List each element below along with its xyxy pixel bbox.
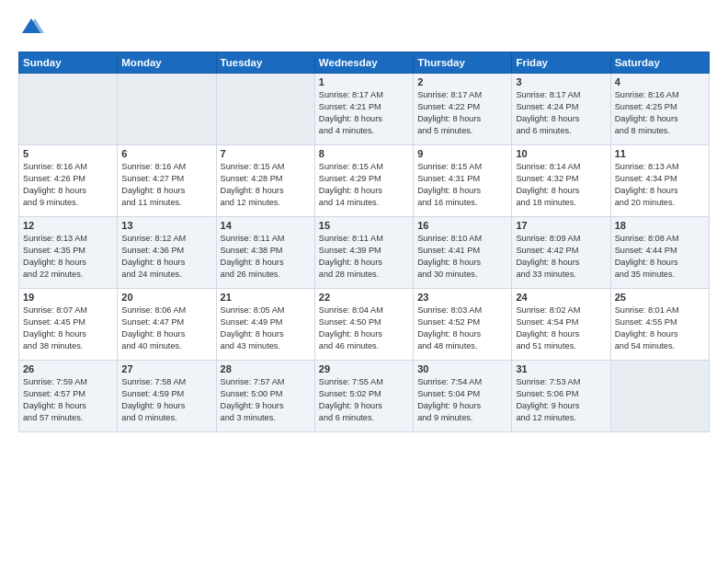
day-cell bbox=[610, 361, 709, 432]
day-cell: 28Sunrise: 7:57 AM Sunset: 5:00 PM Dayli… bbox=[216, 361, 314, 432]
logo bbox=[18, 15, 48, 40]
day-number: 7 bbox=[221, 148, 311, 159]
day-info: Sunrise: 7:55 AM Sunset: 5:02 PM Dayligh… bbox=[319, 376, 409, 424]
col-tuesday: Tuesday bbox=[216, 52, 314, 74]
day-number: 28 bbox=[221, 363, 311, 374]
col-sunday: Sunday bbox=[19, 52, 118, 74]
day-number: 14 bbox=[221, 220, 311, 231]
week-row-4: 19Sunrise: 8:07 AM Sunset: 4:45 PM Dayli… bbox=[19, 289, 710, 361]
day-cell: 5Sunrise: 8:16 AM Sunset: 4:26 PM Daylig… bbox=[19, 145, 118, 217]
day-info: Sunrise: 8:15 AM Sunset: 4:29 PM Dayligh… bbox=[319, 161, 409, 209]
logo-icon bbox=[18, 15, 44, 40]
day-number: 26 bbox=[23, 363, 113, 374]
day-number: 12 bbox=[23, 220, 113, 231]
day-number: 4 bbox=[615, 76, 705, 87]
day-cell: 18Sunrise: 8:08 AM Sunset: 4:44 PM Dayli… bbox=[610, 217, 709, 289]
day-cell bbox=[118, 74, 216, 145]
day-cell: 4Sunrise: 8:16 AM Sunset: 4:25 PM Daylig… bbox=[610, 74, 709, 145]
day-cell: 30Sunrise: 7:54 AM Sunset: 5:04 PM Dayli… bbox=[414, 361, 512, 432]
day-cell: 15Sunrise: 8:11 AM Sunset: 4:39 PM Dayli… bbox=[314, 217, 413, 289]
day-info: Sunrise: 8:16 AM Sunset: 4:27 PM Dayligh… bbox=[121, 161, 211, 209]
day-number: 11 bbox=[615, 148, 705, 159]
day-cell: 22Sunrise: 8:04 AM Sunset: 4:50 PM Dayli… bbox=[314, 289, 413, 361]
day-cell: 1Sunrise: 8:17 AM Sunset: 4:21 PM Daylig… bbox=[314, 74, 413, 145]
day-info: Sunrise: 8:13 AM Sunset: 4:35 PM Dayligh… bbox=[23, 233, 113, 281]
day-info: Sunrise: 8:10 AM Sunset: 4:41 PM Dayligh… bbox=[417, 233, 507, 281]
day-number: 9 bbox=[417, 148, 507, 159]
day-info: Sunrise: 8:13 AM Sunset: 4:34 PM Dayligh… bbox=[615, 161, 705, 209]
day-info: Sunrise: 8:07 AM Sunset: 4:45 PM Dayligh… bbox=[23, 304, 113, 352]
day-info: Sunrise: 7:59 AM Sunset: 4:57 PM Dayligh… bbox=[23, 376, 113, 424]
day-info: Sunrise: 7:58 AM Sunset: 4:59 PM Dayligh… bbox=[121, 376, 211, 424]
day-cell: 19Sunrise: 8:07 AM Sunset: 4:45 PM Dayli… bbox=[19, 289, 118, 361]
day-number: 13 bbox=[121, 220, 211, 231]
day-number: 17 bbox=[516, 220, 606, 231]
day-number: 30 bbox=[417, 363, 507, 374]
day-number: 3 bbox=[516, 76, 606, 87]
day-cell: 20Sunrise: 8:06 AM Sunset: 4:47 PM Dayli… bbox=[118, 289, 216, 361]
day-cell: 13Sunrise: 8:12 AM Sunset: 4:36 PM Dayli… bbox=[118, 217, 216, 289]
day-info: Sunrise: 8:17 AM Sunset: 4:24 PM Dayligh… bbox=[516, 89, 606, 137]
day-cell: 11Sunrise: 8:13 AM Sunset: 4:34 PM Dayli… bbox=[610, 145, 709, 217]
day-info: Sunrise: 8:06 AM Sunset: 4:47 PM Dayligh… bbox=[121, 304, 211, 352]
weekday-header-row: Sunday Monday Tuesday Wednesday Thursday… bbox=[19, 52, 710, 74]
day-number: 10 bbox=[516, 148, 606, 159]
day-number: 22 bbox=[319, 292, 409, 303]
day-cell: 24Sunrise: 8:02 AM Sunset: 4:54 PM Dayli… bbox=[512, 289, 610, 361]
col-friday: Friday bbox=[512, 52, 610, 74]
calendar: Sunday Monday Tuesday Wednesday Thursday… bbox=[18, 52, 710, 432]
day-cell: 2Sunrise: 8:17 AM Sunset: 4:22 PM Daylig… bbox=[414, 74, 512, 145]
day-info: Sunrise: 8:09 AM Sunset: 4:42 PM Dayligh… bbox=[516, 233, 606, 281]
week-row-1: 1Sunrise: 8:17 AM Sunset: 4:21 PM Daylig… bbox=[19, 74, 710, 145]
day-info: Sunrise: 7:57 AM Sunset: 5:00 PM Dayligh… bbox=[221, 376, 311, 424]
day-cell: 31Sunrise: 7:53 AM Sunset: 5:06 PM Dayli… bbox=[512, 361, 610, 432]
day-info: Sunrise: 8:17 AM Sunset: 4:22 PM Dayligh… bbox=[417, 89, 507, 137]
day-number: 15 bbox=[319, 220, 409, 231]
day-info: Sunrise: 8:05 AM Sunset: 4:49 PM Dayligh… bbox=[221, 304, 311, 352]
day-number: 23 bbox=[417, 292, 507, 303]
col-wednesday: Wednesday bbox=[314, 52, 413, 74]
day-number: 6 bbox=[121, 148, 211, 159]
day-info: Sunrise: 7:53 AM Sunset: 5:06 PM Dayligh… bbox=[516, 376, 606, 424]
day-cell: 6Sunrise: 8:16 AM Sunset: 4:27 PM Daylig… bbox=[118, 145, 216, 217]
day-cell: 3Sunrise: 8:17 AM Sunset: 4:24 PM Daylig… bbox=[512, 74, 610, 145]
day-cell: 16Sunrise: 8:10 AM Sunset: 4:41 PM Dayli… bbox=[414, 217, 512, 289]
day-info: Sunrise: 8:16 AM Sunset: 4:26 PM Dayligh… bbox=[23, 161, 113, 209]
day-number: 31 bbox=[516, 363, 606, 374]
day-info: Sunrise: 8:01 AM Sunset: 4:55 PM Dayligh… bbox=[615, 304, 705, 352]
day-number: 25 bbox=[615, 292, 705, 303]
day-info: Sunrise: 8:03 AM Sunset: 4:52 PM Dayligh… bbox=[417, 304, 507, 352]
day-number: 16 bbox=[417, 220, 507, 231]
day-number: 27 bbox=[121, 363, 211, 374]
week-row-2: 5Sunrise: 8:16 AM Sunset: 4:26 PM Daylig… bbox=[19, 145, 710, 217]
day-cell: 21Sunrise: 8:05 AM Sunset: 4:49 PM Dayli… bbox=[216, 289, 314, 361]
day-info: Sunrise: 8:15 AM Sunset: 4:31 PM Dayligh… bbox=[417, 161, 507, 209]
day-info: Sunrise: 8:08 AM Sunset: 4:44 PM Dayligh… bbox=[615, 233, 705, 281]
day-cell bbox=[216, 74, 314, 145]
day-info: Sunrise: 8:16 AM Sunset: 4:25 PM Dayligh… bbox=[615, 89, 705, 137]
day-number: 8 bbox=[319, 148, 409, 159]
header bbox=[18, 15, 710, 40]
day-cell: 10Sunrise: 8:14 AM Sunset: 4:32 PM Dayli… bbox=[512, 145, 610, 217]
day-cell: 23Sunrise: 8:03 AM Sunset: 4:52 PM Dayli… bbox=[414, 289, 512, 361]
day-info: Sunrise: 8:12 AM Sunset: 4:36 PM Dayligh… bbox=[121, 233, 211, 281]
col-thursday: Thursday bbox=[414, 52, 512, 74]
week-row-5: 26Sunrise: 7:59 AM Sunset: 4:57 PM Dayli… bbox=[19, 361, 710, 432]
day-info: Sunrise: 8:11 AM Sunset: 4:39 PM Dayligh… bbox=[319, 233, 409, 281]
col-monday: Monday bbox=[118, 52, 216, 74]
day-number: 29 bbox=[319, 363, 409, 374]
day-number: 19 bbox=[23, 292, 113, 303]
day-cell: 26Sunrise: 7:59 AM Sunset: 4:57 PM Dayli… bbox=[19, 361, 118, 432]
col-saturday: Saturday bbox=[610, 52, 709, 74]
page: Sunday Monday Tuesday Wednesday Thursday… bbox=[0, 0, 728, 563]
day-info: Sunrise: 8:14 AM Sunset: 4:32 PM Dayligh… bbox=[516, 161, 606, 209]
day-number: 2 bbox=[417, 76, 507, 87]
day-cell: 12Sunrise: 8:13 AM Sunset: 4:35 PM Dayli… bbox=[19, 217, 118, 289]
day-cell: 17Sunrise: 8:09 AM Sunset: 4:42 PM Dayli… bbox=[512, 217, 610, 289]
day-cell: 14Sunrise: 8:11 AM Sunset: 4:38 PM Dayli… bbox=[216, 217, 314, 289]
day-cell: 29Sunrise: 7:55 AM Sunset: 5:02 PM Dayli… bbox=[314, 361, 413, 432]
week-row-3: 12Sunrise: 8:13 AM Sunset: 4:35 PM Dayli… bbox=[19, 217, 710, 289]
day-number: 24 bbox=[516, 292, 606, 303]
day-number: 20 bbox=[121, 292, 211, 303]
day-info: Sunrise: 8:02 AM Sunset: 4:54 PM Dayligh… bbox=[516, 304, 606, 352]
